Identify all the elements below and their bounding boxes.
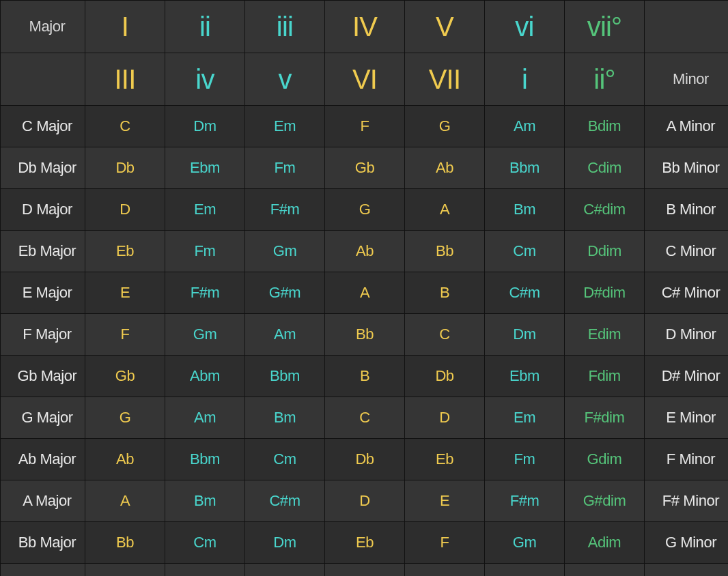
minor-key-label: E Minor bbox=[645, 397, 729, 439]
chord-cell: Am bbox=[485, 106, 565, 147]
key-row: Eb MajorEbFmGmAbBbCmDdimC Minor bbox=[1, 231, 729, 272]
minor-degree-5: VII bbox=[405, 53, 485, 106]
key-row: Ab MajorAbBbmCmDbEbFmGdimF Minor bbox=[1, 439, 729, 480]
chord-cell: Fdim bbox=[565, 356, 645, 397]
minor-key-label: A Minor bbox=[645, 106, 729, 147]
major-degree-2: ii bbox=[165, 1, 245, 53]
chord-cell: Cm bbox=[485, 231, 565, 272]
chord-cell: A bbox=[325, 272, 405, 314]
chord-cell: F#dim bbox=[565, 397, 645, 439]
major-key-label: C Major bbox=[1, 106, 85, 147]
chord-cell: Adim bbox=[565, 522, 645, 564]
chord-cell: A bbox=[85, 480, 165, 522]
chord-cell: Edim bbox=[565, 314, 645, 356]
minor-degree-7: ii° bbox=[565, 53, 645, 106]
chord-cell: Db bbox=[85, 147, 165, 189]
chord-cell: Bm bbox=[485, 189, 565, 231]
chord-cell: Ddim bbox=[565, 231, 645, 272]
chord-cell: Bbm bbox=[245, 356, 325, 397]
minor-key-label: G Minor bbox=[645, 522, 729, 564]
chord-cell: D#dim bbox=[565, 272, 645, 314]
chord-cell: Dm bbox=[165, 106, 245, 147]
key-row: Db MajorDbEbmFmGbAbBbmCdimBb Minor bbox=[1, 147, 729, 189]
chord-cell: F#m bbox=[165, 272, 245, 314]
major-degree-6: vi bbox=[485, 1, 565, 53]
minor-degree-2: iv bbox=[165, 53, 245, 106]
chord-cell: Gb bbox=[325, 147, 405, 189]
chord-cell: F bbox=[405, 522, 485, 564]
key-row: A MajorABmC#mDEF#mG#dimF# Minor bbox=[1, 480, 729, 522]
chord-cell: Am bbox=[165, 397, 245, 439]
chord-cell: Bbm bbox=[485, 147, 565, 189]
major-key-label: F Major bbox=[1, 314, 85, 356]
key-row: E MajorEF#mG#mABC#mD#dimC# Minor bbox=[1, 272, 729, 314]
blank-top-right bbox=[645, 1, 729, 53]
major-degree-7: vii° bbox=[565, 1, 645, 53]
chord-cell: Dm bbox=[485, 314, 565, 356]
chord-cell: G bbox=[325, 189, 405, 231]
minor-label: Minor bbox=[645, 53, 729, 106]
chord-cell: F bbox=[325, 106, 405, 147]
chord-cell: A bbox=[405, 189, 485, 231]
chord-cell: Db bbox=[405, 356, 485, 397]
chord-cell: C#m bbox=[245, 480, 325, 522]
major-key-label: G Major bbox=[1, 397, 85, 439]
chord-cell: Eb bbox=[405, 439, 485, 480]
chord-cell: D#m bbox=[245, 564, 325, 577]
key-row: C MajorCDmEmFGAmBdimA Minor bbox=[1, 106, 729, 147]
minor-key-label: C Minor bbox=[645, 231, 729, 272]
minor-key-label: Bb Minor bbox=[645, 147, 729, 189]
chord-cell: D bbox=[405, 397, 485, 439]
chord-cell: Cdim bbox=[565, 147, 645, 189]
chord-cell: Bb bbox=[325, 314, 405, 356]
chord-cell: Em bbox=[245, 106, 325, 147]
chord-cell: F# bbox=[405, 564, 485, 577]
chord-cell: Am bbox=[245, 314, 325, 356]
minor-degree-6: i bbox=[485, 53, 565, 106]
minor-key-label: F# Minor bbox=[645, 480, 729, 522]
chord-cell: Bb bbox=[405, 231, 485, 272]
major-key-label: Bb Major bbox=[1, 522, 85, 564]
minor-key-label: D# Minor bbox=[645, 356, 729, 397]
key-row: G MajorGAmBmCDEmF#dimE Minor bbox=[1, 397, 729, 439]
chord-cell: C bbox=[325, 397, 405, 439]
chord-cell: Fm bbox=[485, 439, 565, 480]
major-degree-1: I bbox=[85, 1, 165, 53]
major-key-label: E Major bbox=[1, 272, 85, 314]
key-row: Gb MajorGbAbmBbmBDbEbmFdimD# Minor bbox=[1, 356, 729, 397]
major-degree-3: iii bbox=[245, 1, 325, 53]
chord-cell: D bbox=[85, 189, 165, 231]
major-label: Major bbox=[1, 1, 85, 53]
chord-cell: B bbox=[85, 564, 165, 577]
chord-cell: Bm bbox=[245, 397, 325, 439]
chord-cell: G#dim bbox=[565, 480, 645, 522]
chord-cell: F#m bbox=[485, 480, 565, 522]
blank-top-left bbox=[1, 53, 85, 106]
major-key-label: Db Major bbox=[1, 147, 85, 189]
minor-key-label: C# Minor bbox=[645, 272, 729, 314]
chord-cell: E bbox=[405, 480, 485, 522]
minor-key-label: D Minor bbox=[645, 314, 729, 356]
chord-cell: C bbox=[405, 314, 485, 356]
major-key-label: Gb Major bbox=[1, 356, 85, 397]
chord-cell: Ab bbox=[325, 231, 405, 272]
chord-cell: Bdim bbox=[565, 106, 645, 147]
major-key-label: B Major bbox=[1, 564, 85, 577]
chord-cell: G bbox=[405, 106, 485, 147]
key-row: D MajorDEmF#mGABmC#dimB Minor bbox=[1, 189, 729, 231]
chord-cell: Ebm bbox=[485, 356, 565, 397]
minor-key-label: F Minor bbox=[645, 439, 729, 480]
key-row: B MajorBC#mD#mEF#G#mBbdimG# Minor bbox=[1, 564, 729, 577]
chord-cell: Abm bbox=[165, 356, 245, 397]
chord-chart: MajorIiiiiiIVVvivii°IIIivvVIVIIiii°Minor… bbox=[0, 0, 728, 576]
chord-cell: Bbdim bbox=[565, 564, 645, 577]
chord-cell: Gm bbox=[165, 314, 245, 356]
chord-cell: Cm bbox=[165, 522, 245, 564]
chord-cell: G bbox=[85, 397, 165, 439]
chord-cell: G#m bbox=[485, 564, 565, 577]
chord-cell: Ab bbox=[405, 147, 485, 189]
minor-key-label: G# Minor bbox=[645, 564, 729, 577]
key-row: F MajorFGmAmBbCDmEdimD Minor bbox=[1, 314, 729, 356]
chord-cell: F bbox=[85, 314, 165, 356]
chord-cell: C bbox=[85, 106, 165, 147]
